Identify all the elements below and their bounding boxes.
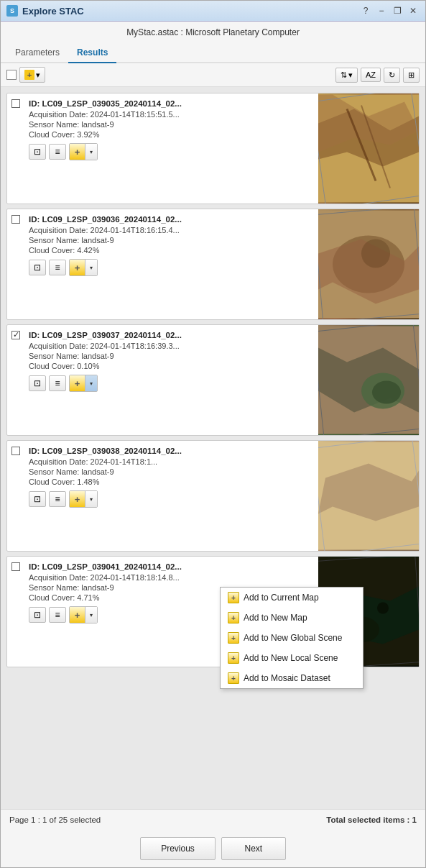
- card5-add-main-btn[interactable]: +: [70, 607, 85, 623]
- dropdown-menu: + Add to Current Map + Add to New Map + …: [220, 587, 364, 689]
- page-info: Page 1 : 1 of 25 selected: [9, 816, 101, 824]
- card4-checkbox[interactable]: [11, 447, 20, 455]
- card3-info-btn[interactable]: ≡: [49, 375, 66, 391]
- info-icon-5: ≡: [55, 610, 60, 620]
- card4-add-main-btn[interactable]: +: [70, 491, 85, 507]
- card3-sensor: Sensor Name: landsat-9: [29, 352, 314, 360]
- card5-left: [7, 557, 24, 667]
- card2-add-dropdown-btn[interactable]: ▾: [85, 260, 97, 275]
- add-button[interactable]: + ▾: [19, 67, 45, 83]
- previous-button[interactable]: Previous: [140, 837, 216, 860]
- footprint-icon-3: ⊡: [34, 378, 41, 388]
- card3-cloud: Cloud Cover: 0.10%: [29, 362, 314, 370]
- restore-button[interactable]: ❐: [391, 4, 404, 17]
- help-button[interactable]: ?: [359, 4, 372, 17]
- card1-info-btn[interactable]: ≡: [49, 144, 66, 160]
- svg-point-9: [361, 239, 390, 268]
- card1-add-main-btn[interactable]: +: [70, 144, 85, 160]
- card4-info-btn[interactable]: ≡: [49, 491, 66, 507]
- tabs: Parameters Results: [1, 43, 425, 63]
- results-list: ID: LC09_L2SP_039035_20240114_02... Acqu…: [1, 87, 425, 809]
- result-card-3: ID: LC09_L2SP_039037_20240114_02... Acqu…: [6, 324, 420, 436]
- minimize-button[interactable]: −: [375, 4, 388, 17]
- card1-actions: ⊡ ≡ + ▾: [29, 140, 314, 165]
- card3-thumbnail-svg: [318, 325, 419, 435]
- card4-actions: ⊡ ≡ + ▾: [29, 488, 314, 512]
- dropdown-new-local-label: Add to New Local Scene: [244, 653, 338, 663]
- card1-content: ID: LC09_L2SP_039035_20240114_02... Acqu…: [24, 93, 318, 204]
- az-sort-button[interactable]: AZ: [361, 68, 381, 82]
- card5-checkbox[interactable]: [11, 562, 20, 571]
- card2-content: ID: LC09_L2SP_039036_20240114_02... Acqu…: [24, 209, 318, 319]
- app-icon: S: [6, 5, 18, 17]
- dropdown-item-new-local[interactable]: + Add to New Local Scene: [221, 648, 363, 668]
- card1-add-dropdown-btn[interactable]: ▾: [85, 144, 97, 160]
- card3-acquisition: Acquisition Date: 2024-01-14T18:16:39.3.…: [29, 342, 314, 350]
- card1-checkbox[interactable]: [11, 99, 20, 108]
- main-window: S Explore STAC ? − ❐ ✕ MyStac.astac : Mi…: [0, 0, 426, 868]
- card2-thumbnail: [318, 209, 419, 319]
- title-bar: S Explore STAC ? − ❐ ✕: [1, 1, 425, 22]
- tab-parameters[interactable]: Parameters: [6, 43, 68, 63]
- svg-point-14: [372, 381, 401, 404]
- footprint-icon-5: ⊡: [34, 610, 41, 620]
- card2-thumbnail-svg: [318, 209, 419, 319]
- card2-add-main-btn[interactable]: +: [70, 260, 85, 275]
- card3-add-dropdown-btn[interactable]: ▾: [85, 375, 97, 391]
- nav-buttons: Previous Next: [1, 830, 425, 867]
- subtitle: MyStac.astac : Microsoft Planetary Compu…: [1, 22, 425, 43]
- dropdown-add-new-map-icon: +: [228, 612, 239, 623]
- card4-thumbnail: [318, 441, 419, 551]
- sort-dropdown: ▾: [348, 70, 353, 80]
- next-button[interactable]: Next: [221, 837, 286, 860]
- dropdown-arrow: ▾: [36, 70, 40, 80]
- card3-footprint-btn[interactable]: ⊡: [29, 375, 46, 391]
- sort-button[interactable]: ⇅ ▾: [335, 68, 358, 83]
- card5-add-dropdown-btn[interactable]: ▾: [85, 607, 97, 623]
- card4-footprint-btn[interactable]: ⊡: [29, 491, 46, 507]
- card5-add-group: + ▾: [69, 606, 98, 623]
- result-card-4: ID: LC09_L2SP_039038_20240114_02... Acqu…: [6, 440, 420, 552]
- card4-add-dropdown-btn[interactable]: ▾: [85, 491, 97, 507]
- dropdown-new-map-label: Add to New Map: [244, 613, 307, 623]
- refresh-icon: ↻: [389, 70, 395, 80]
- card5-info-btn[interactable]: ≡: [49, 607, 66, 623]
- sort-icon: ⇅: [341, 70, 347, 80]
- refresh-button[interactable]: ↻: [384, 68, 400, 83]
- dropdown-item-new-global[interactable]: + Add to New Global Scene: [221, 628, 363, 648]
- info-icon-3: ≡: [55, 378, 60, 388]
- dropdown-add-current-icon: +: [228, 592, 239, 603]
- card3-thumbnail: [318, 325, 419, 435]
- card1-footprint-btn[interactable]: ⊡: [29, 144, 46, 160]
- card4-id: ID: LC09_L2SP_039038_20240114_02...: [29, 447, 314, 455]
- card2-acquisition: Acquisition Date: 2024-01-14T18:16:15.4.…: [29, 226, 314, 234]
- card2-footprint-btn[interactable]: ⊡: [29, 260, 46, 275]
- card3-checkbox[interactable]: [11, 331, 20, 339]
- export-button[interactable]: ⊞: [403, 68, 420, 83]
- card3-actions: ⊡ ≡ + ▾: [29, 372, 314, 396]
- tab-results[interactable]: Results: [68, 43, 116, 63]
- dropdown-item-current-map[interactable]: + Add to Current Map: [221, 588, 363, 608]
- card5-id: ID: LC09_L2SP_039041_20240114_02...: [29, 562, 314, 571]
- result-card-2: ID: LC09_L2SP_039036_20240114_02... Acqu…: [6, 209, 420, 320]
- card2-info-btn[interactable]: ≡: [49, 260, 66, 275]
- footprint-icon: ⊡: [34, 147, 41, 157]
- dropdown-item-new-map[interactable]: + Add to New Map: [221, 608, 363, 628]
- toolbar-left: + ▾: [6, 67, 45, 83]
- dropdown-new-global-label: Add to New Global Scene: [244, 633, 342, 643]
- selected-info: Total selected items : 1: [326, 816, 417, 824]
- dropdown-item-mosaic[interactable]: + Add to Mosaic Dataset: [221, 668, 363, 688]
- card2-sensor: Sensor Name: landsat-9: [29, 236, 314, 245]
- dropdown-mosaic-label: Add to Mosaic Dataset: [244, 673, 330, 683]
- card3-add-main-btn[interactable]: +: [70, 375, 85, 391]
- dropdown-add-local-icon: +: [228, 652, 239, 664]
- close-button[interactable]: ✕: [407, 4, 420, 17]
- card2-left: [7, 209, 24, 319]
- card2-id: ID: LC09_L2SP_039036_20240114_02...: [29, 215, 314, 224]
- card5-footprint-btn[interactable]: ⊡: [29, 607, 46, 623]
- select-all-checkbox[interactable]: [6, 70, 17, 80]
- card2-checkbox[interactable]: [11, 215, 20, 224]
- footer: Page 1 : 1 of 25 selected Total selected…: [1, 809, 425, 830]
- card4-acquisition: Acquisition Date: 2024-01-14T18:1...: [29, 457, 314, 466]
- card3-content: ID: LC09_L2SP_039037_20240114_02... Acqu…: [24, 325, 318, 435]
